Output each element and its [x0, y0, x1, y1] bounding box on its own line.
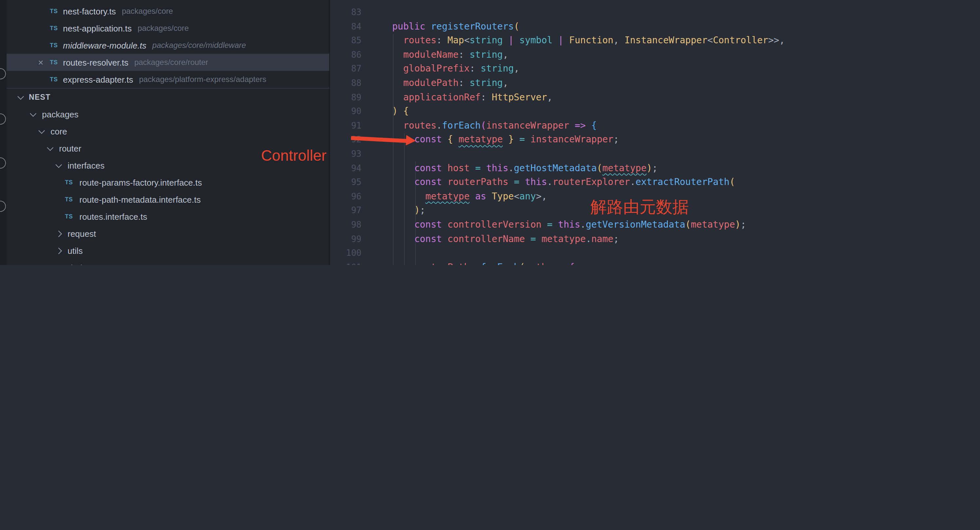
code-line[interactable]: 94 const host = this.getHostMetadata(met…: [330, 161, 980, 175]
typescript-file-icon: TS: [56, 264, 70, 265]
code-line[interactable]: 86 moduleName: string,: [330, 48, 980, 62]
line-number: 90: [330, 104, 361, 118]
code-line[interactable]: 91 routes.forEach(instanceWrapper => {: [330, 119, 980, 133]
code-line[interactable]: 100: [330, 246, 980, 260]
code-text: routes.forEach(instanceWrapper => {: [381, 119, 597, 133]
code-line[interactable]: 99 const controllerName = metatype.name;: [330, 232, 980, 246]
line-number: 86: [330, 48, 361, 62]
fold-gutter: [361, 161, 376, 175]
open-editor-item[interactable]: TSnest-factory.tspackages/core: [6, 3, 329, 20]
chevron-down-icon: [56, 161, 62, 167]
tree-item-routes-interface-ts[interactable]: TSroutes.interface.ts: [6, 208, 329, 225]
line-number: 95: [330, 175, 361, 189]
file-path: packages/core: [122, 6, 173, 16]
file-path: packages/core/middleware: [152, 41, 246, 50]
tree-item-label: route-params-factory.interface.ts: [80, 177, 202, 187]
code-text: const routerPaths = this.routerExplorer.…: [381, 175, 735, 189]
fold-gutter: [361, 246, 376, 260]
code-line[interactable]: 88 modulePath: string,: [330, 76, 980, 90]
chevron-down-icon: [47, 144, 54, 151]
line-number: 101: [330, 260, 361, 265]
tree-item-route-path-metadata-interface-ts[interactable]: TSroute-path-metadata.interface.ts: [6, 191, 329, 208]
open-editor-item[interactable]: ×TSroutes-resolver.tspackages/core/route…: [6, 54, 329, 71]
fold-gutter: [361, 76, 376, 90]
code-line[interactable]: 101 routerPaths.forEach(path => {: [330, 260, 980, 265]
fold-gutter: [361, 62, 376, 76]
code-line[interactable]: 92 const { metatype } = instanceWrapper;: [330, 133, 980, 147]
activity-icon[interactable]: [0, 158, 6, 169]
line-number: 83: [330, 5, 361, 19]
open-editor-item[interactable]: TSexpress-adapter.tspackages/platform-ex…: [6, 71, 329, 88]
code-line[interactable]: 84 public registerRouters(: [330, 19, 980, 33]
line-number: 85: [330, 33, 361, 48]
file-name: nest-factory.ts: [63, 6, 116, 16]
chevron-down-icon: [38, 127, 45, 134]
file-name: express-adapter.ts: [63, 75, 133, 84]
code-text: const host = this.getHostMetadata(metaty…: [381, 161, 658, 175]
open-editor-item[interactable]: TSmiddleware-module.tspackages/core/midd…: [6, 37, 329, 54]
vscode-window: TSnest-factory.tspackages/coreTSnest-app…: [0, 0, 980, 265]
code-text: const controllerVersion = this.getVersio…: [381, 218, 746, 232]
tree-item-label: request: [68, 229, 96, 239]
tree-item-packages[interactable]: packages: [6, 106, 329, 123]
line-number: 87: [330, 62, 361, 76]
code-text: const controllerName = metatype.name;: [381, 232, 619, 246]
chevron-down-icon: [30, 110, 37, 116]
file-name: nest-application.ts: [63, 23, 132, 33]
line-number: 84: [330, 19, 361, 33]
fold-gutter: [361, 175, 376, 189]
activity-icon[interactable]: [0, 68, 6, 80]
open-editor-item[interactable]: TSnest-application.tspackages/core: [6, 20, 329, 37]
code-line[interactable]: 83: [330, 5, 980, 19]
tree-item-label: route-path-metadata.interface.ts: [80, 194, 201, 204]
line-number: 93: [330, 147, 361, 161]
close-icon[interactable]: ×: [38, 58, 50, 67]
fold-gutter: [361, 19, 376, 33]
line-number: 96: [330, 189, 361, 203]
tree-item-core[interactable]: core: [6, 123, 329, 140]
file-name: middleware-module.ts: [63, 40, 146, 50]
tree-item-utils[interactable]: utils: [6, 242, 329, 259]
code-line[interactable]: 93: [330, 147, 980, 161]
section-header-nest[interactable]: NEST: [6, 88, 329, 106]
section-title: NEST: [29, 93, 51, 101]
code-line[interactable]: 95 const routerPaths = this.routerExplor…: [330, 175, 980, 189]
code-text: );: [381, 204, 425, 218]
tree-item-route-params-factory-interface-ts[interactable]: TSroute-params-factory.interface.ts: [6, 174, 329, 191]
tree-item-request[interactable]: request: [6, 225, 329, 242]
activity-icon[interactable]: [0, 113, 6, 125]
code-text: moduleName: string,: [381, 48, 508, 62]
tree-item-label: packages: [42, 109, 78, 119]
code-line[interactable]: 98 const controllerVersion = this.getVer…: [330, 218, 980, 232]
tree-item-label: routes.interface.ts: [80, 212, 147, 221]
fold-gutter: [361, 119, 376, 133]
fold-gutter: [361, 232, 376, 246]
code-text: routes: Map<string | symbol | Function, …: [381, 33, 785, 48]
code-line[interactable]: 90 ) {: [330, 104, 980, 118]
fold-gutter: [361, 204, 376, 218]
code-line[interactable]: 85 routes: Map<string | symbol | Functio…: [330, 33, 980, 48]
fold-gutter: [361, 218, 376, 232]
chevron-right-icon: [56, 230, 62, 237]
activity-icon[interactable]: [0, 201, 6, 212]
code-text: routerPaths.forEach(path => {: [381, 260, 574, 265]
code-text: metatype as Type<any>,: [381, 189, 547, 203]
chevron-down-icon: [18, 93, 24, 99]
fold-gutter: [361, 48, 376, 62]
code-line[interactable]: 89 applicationRef: HttpServer,: [330, 90, 980, 104]
typescript-file-icon: TS: [50, 8, 63, 14]
fold-gutter: [361, 189, 376, 203]
line-number: 94: [330, 161, 361, 175]
fold-gutter: [361, 33, 376, 48]
tree-item-label: router: [59, 143, 81, 153]
code-line[interactable]: 87 globalPrefix: string,: [330, 62, 980, 76]
line-number: 100: [330, 246, 361, 260]
fold-gutter: [361, 260, 376, 265]
tree-item-label: utils: [68, 246, 83, 256]
tree-item-index-ts[interactable]: TSindex.ts: [6, 259, 329, 265]
explorer-sidebar: TSnest-factory.tspackages/coreTSnest-app…: [6, 0, 330, 265]
line-number: 91: [330, 119, 361, 133]
code-text: public registerRouters(: [381, 19, 520, 33]
file-name: routes-resolver.ts: [63, 57, 128, 67]
code-editor[interactable]: 8384 public registerRouters(85 routes: M…: [330, 0, 980, 265]
